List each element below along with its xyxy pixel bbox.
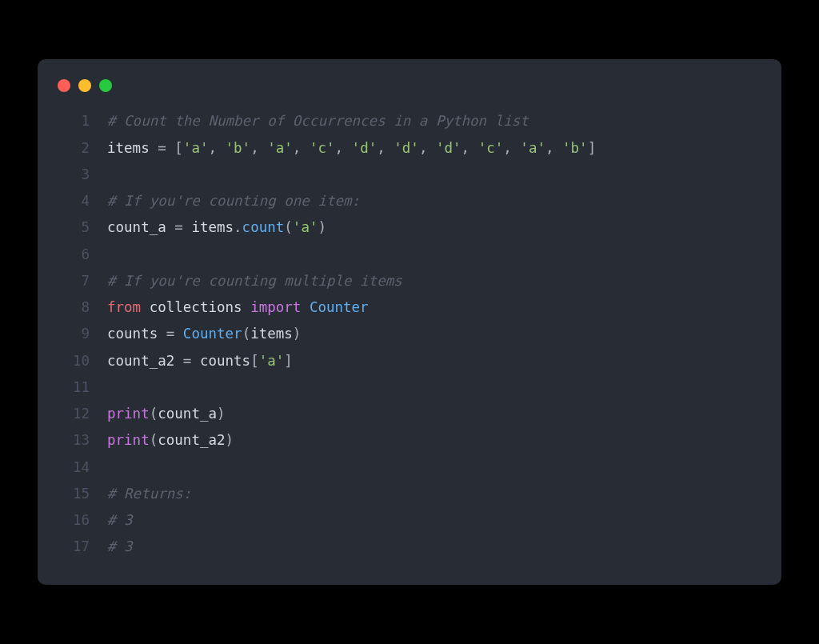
token: ) <box>226 432 234 448</box>
code-line[interactable]: 8from collections import Counter <box>58 294 761 321</box>
token: 'a' <box>183 140 209 156</box>
token: count_a2 <box>107 353 183 369</box>
token: counts <box>107 326 166 342</box>
code-line[interactable]: 4# If you're counting one item: <box>58 188 761 214</box>
token: 'd' <box>436 140 461 156</box>
token: , <box>208 140 225 156</box>
token: = <box>158 140 166 156</box>
line-number: 17 <box>58 534 90 560</box>
code-content[interactable]: print(count_a2) <box>107 427 234 454</box>
code-line[interactable]: 7# If you're counting multiple items <box>58 268 761 294</box>
code-content[interactable]: counts = Counter(items) <box>107 321 301 347</box>
token: 'c' <box>310 140 335 156</box>
token: import <box>250 299 301 315</box>
close-icon[interactable] <box>58 79 70 92</box>
code-content[interactable]: count_a2 = counts['a'] <box>107 348 293 374</box>
code-content[interactable]: count_a = items.count('a') <box>107 214 326 241</box>
token: , <box>335 140 352 156</box>
code-content[interactable]: from collections import Counter <box>107 294 369 321</box>
code-line[interactable]: 16# 3 <box>58 507 761 534</box>
token: ) <box>293 326 302 342</box>
token: = <box>183 353 192 369</box>
code-line[interactable]: 2items = ['a', 'b', 'a', 'c', 'd', 'd', … <box>58 135 761 162</box>
token: counts <box>191 353 250 369</box>
token: # 3 <box>107 512 133 528</box>
code-content[interactable] <box>107 242 116 268</box>
token: 'c' <box>478 140 504 156</box>
code-area[interactable]: 1# Count the Number of Occurrences in a … <box>38 108 781 560</box>
code-line[interactable]: 5count_a = items.count('a') <box>58 214 761 241</box>
token: items <box>107 140 158 156</box>
code-content[interactable]: # Returns: <box>107 481 191 507</box>
code-line[interactable]: 17# 3 <box>58 534 761 560</box>
line-number: 1 <box>58 108 90 134</box>
code-content[interactable]: # Count the Number of Occurrences in a P… <box>107 108 529 134</box>
token: Counter <box>183 326 242 342</box>
code-line[interactable]: 9counts = Counter(items) <box>58 321 761 347</box>
code-content[interactable]: # 3 <box>107 534 133 560</box>
token: count_a2 <box>158 432 225 448</box>
line-number: 8 <box>58 294 90 321</box>
token: count_a <box>158 406 217 422</box>
token: , <box>545 140 562 156</box>
token: 'a' <box>267 140 293 156</box>
line-number: 5 <box>58 214 90 241</box>
token: = <box>166 326 175 342</box>
token: ( <box>150 406 158 422</box>
code-content[interactable] <box>107 454 116 481</box>
line-number: 7 <box>58 268 90 294</box>
token: ) <box>217 406 226 422</box>
token: , <box>503 140 520 156</box>
token: # 3 <box>107 538 133 554</box>
token: # Count the Number of Occurrences in a P… <box>107 113 529 129</box>
token: = <box>174 219 183 235</box>
line-number: 13 <box>58 427 90 454</box>
code-line[interactable]: 11 <box>58 374 761 401</box>
code-content[interactable]: # 3 <box>107 507 133 534</box>
token: ( <box>242 326 251 342</box>
token: 'd' <box>394 140 419 156</box>
code-line[interactable]: 14 <box>58 454 761 481</box>
code-content[interactable]: items = ['a', 'b', 'a', 'c', 'd', 'd', '… <box>107 135 596 162</box>
code-line[interactable]: 13print(count_a2) <box>58 427 761 454</box>
token: ) <box>318 219 326 235</box>
code-content[interactable]: print(count_a) <box>107 401 226 427</box>
code-content[interactable] <box>107 374 116 401</box>
token: . <box>234 219 242 235</box>
token: , <box>377 140 394 156</box>
token: items <box>250 326 293 342</box>
token: 'a' <box>259 353 285 369</box>
token: , <box>250 140 267 156</box>
token <box>301 299 310 315</box>
code-line[interactable]: 10count_a2 = counts['a'] <box>58 348 761 374</box>
line-number: 9 <box>58 321 90 347</box>
token: print <box>107 406 150 422</box>
token: [ <box>250 353 259 369</box>
line-number: 14 <box>58 454 90 481</box>
code-editor-window: 1# Count the Number of Occurrences in a … <box>38 59 781 584</box>
code-line[interactable]: 6 <box>58 242 761 268</box>
line-number: 11 <box>58 374 90 401</box>
code-line[interactable]: 15# Returns: <box>58 481 761 507</box>
code-line[interactable]: 1# Count the Number of Occurrences in a … <box>58 108 761 134</box>
minimize-icon[interactable] <box>78 79 91 92</box>
token: ] <box>588 140 597 156</box>
token: ] <box>284 353 293 369</box>
token: # Returns: <box>107 486 191 502</box>
token: 'a' <box>293 219 318 235</box>
code-content[interactable]: # If you're counting one item: <box>107 188 360 214</box>
line-number: 4 <box>58 188 90 214</box>
token: collections <box>141 299 250 315</box>
token: count <box>242 219 285 235</box>
token: # If you're counting one item: <box>107 193 360 209</box>
line-number: 12 <box>58 401 90 427</box>
token: 'd' <box>352 140 378 156</box>
line-number: 15 <box>58 481 90 507</box>
token: 'b' <box>562 140 588 156</box>
line-number: 3 <box>58 162 90 188</box>
code-line[interactable]: 3 <box>58 162 761 188</box>
code-content[interactable] <box>107 162 116 188</box>
code-content[interactable]: # If you're counting multiple items <box>107 268 402 294</box>
code-line[interactable]: 12print(count_a) <box>58 401 761 427</box>
maximize-icon[interactable] <box>99 79 112 92</box>
